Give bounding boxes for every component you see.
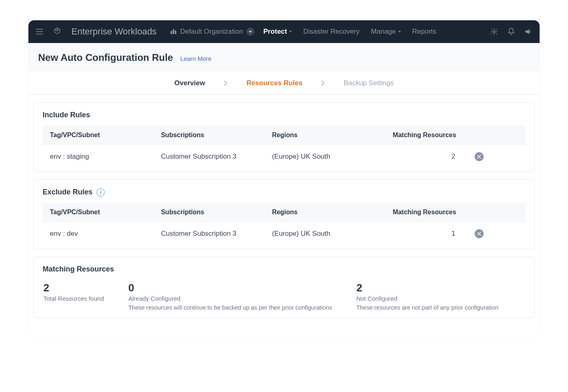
- nav-reports[interactable]: Reports: [412, 28, 437, 36]
- exclude-rules-panel: Exclude Rules i Tag/VPC/Subnet Subscript…: [33, 179, 535, 249]
- matching-resources-panel: Matching Resources 2 Total Resources fou…: [33, 256, 535, 318]
- stat-notconf-desc: These resources are not part of any prio…: [356, 304, 498, 311]
- col-tag: Tag/VPC/Subnet: [43, 126, 154, 145]
- nav-disaster-recovery[interactable]: Disaster Recovery: [303, 28, 359, 36]
- cell-tag: env : staging: [43, 145, 154, 169]
- nav-manage[interactable]: Manage: [371, 28, 400, 36]
- stat-total: 2 Total Resources found: [43, 282, 104, 311]
- step-backup-settings[interactable]: Backup Settings: [344, 79, 394, 87]
- step-overview[interactable]: Overview: [174, 79, 205, 87]
- table-row: env : dev Customer Subscription 3 (Europ…: [43, 222, 525, 246]
- table-header-row: Tag/VPC/Subnet Subscriptions Regions Mat…: [43, 126, 525, 145]
- table-header-row: Tag/VPC/Subnet Subscriptions Regions Mat…: [43, 203, 525, 222]
- chevron-right-icon: [224, 80, 228, 86]
- nav-protect[interactable]: Protect: [263, 28, 292, 36]
- nav-protect-label: Protect: [263, 28, 287, 36]
- page-header: New Auto Configuration Rule Learn More: [28, 43, 540, 72]
- chevron-down-icon: [246, 28, 254, 36]
- learn-more-link[interactable]: Learn More: [180, 55, 211, 62]
- svg-point-3: [493, 30, 495, 32]
- stat-already-label: Already Configured: [128, 295, 332, 302]
- top-nav: Enterprise Workloads Default Organizatio…: [28, 20, 540, 43]
- col-regions: Regions: [265, 126, 385, 145]
- remove-rule-button[interactable]: [475, 229, 484, 238]
- megaphone-icon[interactable]: [524, 28, 532, 36]
- exclude-rules-table: Tag/VPC/Subnet Subscriptions Regions Mat…: [43, 203, 525, 246]
- col-subscriptions: Subscriptions: [154, 203, 265, 222]
- include-rules-table: Tag/VPC/Subnet Subscriptions Regions Mat…: [43, 126, 525, 168]
- exclude-rules-title: Exclude Rules: [43, 188, 93, 196]
- info-icon[interactable]: i: [97, 188, 105, 196]
- remove-rule-button[interactable]: [475, 152, 484, 161]
- chevron-right-icon: [321, 80, 325, 86]
- stat-already-value: 0: [128, 282, 332, 294]
- cell-subscription: Customer Subscription 3: [154, 222, 265, 246]
- brand-title: Enterprise Workloads: [71, 26, 157, 37]
- include-rules-panel: Include Rules Tag/VPC/Subnet Subscriptio…: [33, 102, 535, 172]
- org-icon: [170, 28, 177, 35]
- page-title: New Auto Configuration Rule: [38, 52, 173, 63]
- col-regions: Regions: [265, 203, 385, 222]
- svg-rect-2: [175, 30, 176, 34]
- logo-icon: [52, 26, 62, 37]
- matching-resources-title: Matching Resources: [43, 265, 525, 274]
- col-subscriptions: Subscriptions: [154, 126, 265, 145]
- matching-stats: 2 Total Resources found 0 Already Config…: [43, 280, 525, 314]
- content: Include Rules Tag/VPC/Subnet Subscriptio…: [28, 95, 540, 337]
- org-selector[interactable]: Default Organization: [170, 28, 254, 36]
- stat-total-label: Total Resources found: [43, 295, 104, 302]
- col-matching: Matching Resources: [385, 203, 525, 222]
- step-resources-rules[interactable]: Resources Rules: [246, 79, 302, 87]
- cell-matching: 2: [385, 145, 467, 169]
- stepper: Overview Resources Rules Backup Settings: [28, 72, 540, 95]
- svg-rect-0: [170, 31, 172, 34]
- chevron-down-icon: [398, 31, 401, 32]
- bell-icon[interactable]: [507, 28, 515, 36]
- menu-icon[interactable]: [36, 29, 43, 34]
- chevron-down-icon: [289, 31, 292, 32]
- stat-notconf-value: 2: [356, 282, 498, 294]
- cell-tag: env : dev: [43, 222, 154, 246]
- org-label: Default Organization: [180, 28, 243, 36]
- stat-notconf-label: Not Configured: [356, 295, 498, 302]
- col-tag: Tag/VPC/Subnet: [43, 203, 154, 222]
- cell-matching: 1: [385, 222, 467, 246]
- cell-subscription: Customer Subscription 3: [154, 145, 265, 169]
- gear-icon[interactable]: [490, 28, 498, 36]
- table-row: env : staging Customer Subscription 3 (E…: [43, 145, 525, 169]
- cell-region: (Europe) UK South: [265, 222, 385, 246]
- nav-manage-label: Manage: [371, 28, 396, 36]
- stat-total-value: 2: [43, 282, 104, 294]
- col-matching: Matching Resources: [385, 126, 525, 145]
- app-frame: Enterprise Workloads Default Organizatio…: [28, 20, 540, 337]
- stat-not-configured: 2 Not Configured These resources are not…: [356, 282, 498, 311]
- stat-already-configured: 0 Already Configured These resources wil…: [128, 282, 332, 311]
- cell-region: (Europe) UK South: [265, 145, 385, 169]
- svg-rect-1: [172, 29, 174, 34]
- stat-already-desc: These resources will continue to be back…: [128, 304, 332, 311]
- include-rules-title: Include Rules: [43, 111, 525, 119]
